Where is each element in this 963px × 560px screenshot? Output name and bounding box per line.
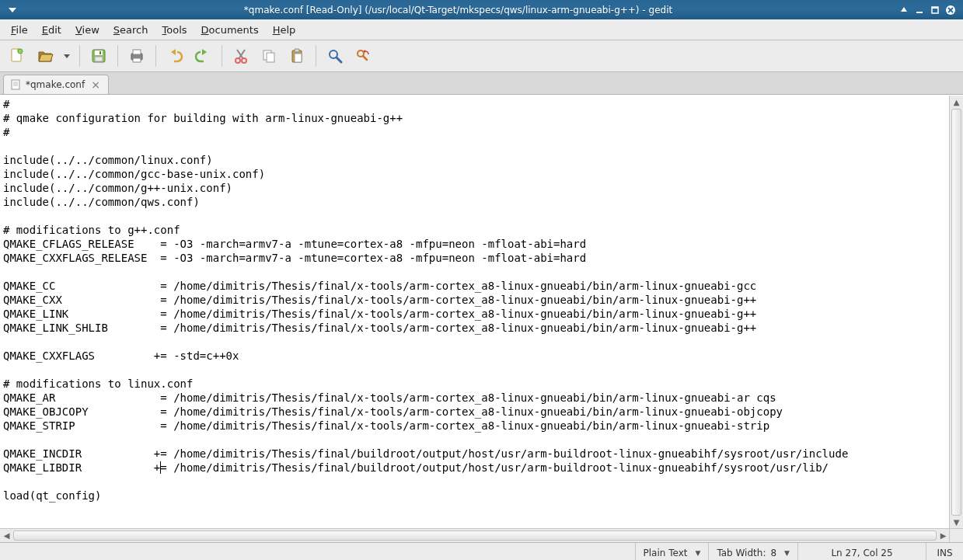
status-tabwidth-selector[interactable]: Tab Width: 8 ▼	[708, 543, 797, 560]
svg-point-24	[242, 58, 246, 63]
svg-rect-28	[295, 49, 299, 52]
svg-marker-0	[9, 8, 16, 12]
menubar: File Edit View Search Tools Documents He…	[0, 19, 963, 40]
menu-search[interactable]: Search	[107, 22, 155, 38]
chevron-down-icon	[63, 52, 71, 60]
toolbar-separator	[222, 45, 222, 67]
scroll-up-icon[interactable]: ▲	[950, 96, 963, 109]
scroll-thumb[interactable]	[13, 530, 937, 541]
open-file-dropdown[interactable]	[61, 43, 73, 68]
paste-button[interactable]	[284, 43, 309, 68]
tab-qmake-conf[interactable]: *qmake.conf ×	[3, 75, 109, 94]
window-titlebar: *qmake.conf [Read-Only] (/usr/local/Qt-T…	[0, 0, 963, 19]
svg-rect-14	[99, 51, 101, 54]
svg-point-23	[236, 58, 240, 63]
svg-rect-4	[932, 7, 938, 9]
status-tabwidth-label: Tab Width:	[717, 548, 766, 558]
redo-icon	[194, 47, 211, 64]
status-insert-mode[interactable]: INS	[926, 543, 963, 560]
menu-tools[interactable]: Tools	[156, 22, 194, 38]
status-language-label: Plain Text	[644, 548, 688, 558]
window-minimize-icon[interactable]	[913, 4, 926, 16]
svg-rect-17	[133, 50, 141, 54]
save-button[interactable]	[86, 43, 111, 68]
save-icon	[90, 47, 107, 64]
new-file-icon	[9, 47, 26, 64]
menu-file[interactable]: File	[5, 22, 34, 38]
redo-button[interactable]	[190, 43, 215, 68]
text-cursor	[160, 461, 161, 474]
svg-rect-26	[267, 53, 274, 62]
open-file-button[interactable]	[33, 43, 58, 68]
toolbar-separator	[316, 45, 316, 67]
svg-rect-15	[95, 57, 103, 61]
tab-label: *qmake.conf	[26, 79, 85, 90]
open-file-icon	[37, 47, 54, 64]
scroll-left-icon[interactable]: ◀	[0, 529, 13, 542]
find-icon	[326, 47, 344, 64]
find-replace-button[interactable]	[351, 43, 375, 68]
scroll-down-icon[interactable]: ▼	[950, 516, 963, 529]
editor-text[interactable]: # # qmake configuration for building wit…	[0, 96, 950, 504]
toolbar-separator	[117, 45, 118, 67]
chevron-down-icon: ▼	[695, 549, 700, 557]
menu-help[interactable]: Help	[267, 22, 302, 38]
cut-icon	[232, 47, 249, 64]
svg-rect-13	[95, 50, 103, 55]
app-menu-icon[interactable]	[6, 4, 19, 16]
print-button[interactable]	[124, 43, 149, 68]
toolbar-separator	[79, 45, 80, 67]
svg-marker-20	[202, 49, 207, 55]
undo-icon	[166, 47, 183, 64]
undo-button[interactable]	[162, 43, 187, 68]
window-close-icon[interactable]	[944, 4, 957, 16]
svg-marker-19	[171, 49, 176, 55]
scroll-thumb[interactable]	[951, 109, 961, 516]
svg-point-10	[18, 49, 23, 54]
svg-marker-11	[64, 54, 70, 58]
cut-button[interactable]	[229, 43, 253, 68]
chevron-down-icon: ▼	[784, 549, 790, 557]
scroll-right-icon[interactable]: ▶	[937, 529, 950, 542]
status-cursor-position: Ln 27, Col 25	[797, 543, 926, 560]
toolbar-separator	[155, 45, 156, 67]
window-keep-above-icon[interactable]	[898, 4, 910, 16]
tab-bar: *qmake.conf ×	[0, 72, 963, 95]
paste-icon	[288, 47, 305, 64]
menu-view[interactable]: View	[69, 22, 106, 38]
svg-rect-18	[133, 58, 141, 62]
new-file-button[interactable]	[5, 43, 30, 68]
svg-rect-29	[295, 54, 302, 62]
window-title: *qmake.conf [Read-Only] (/usr/local/Qt-T…	[20, 5, 896, 16]
svg-marker-1	[901, 7, 907, 12]
horizontal-scrollbar[interactable]: ◀ ▶	[0, 528, 950, 542]
menu-documents[interactable]: Documents	[195, 22, 265, 38]
status-tabwidth-value: 8	[770, 548, 776, 558]
svg-line-31	[337, 57, 341, 62]
menu-edit[interactable]: Edit	[36, 22, 68, 38]
editor-area: # # qmake configuration for building wit…	[0, 95, 963, 542]
vertical-scrollbar[interactable]: ▲ ▼	[949, 96, 963, 529]
svg-line-33	[363, 56, 367, 60]
copy-icon	[260, 47, 277, 64]
svg-rect-2	[916, 12, 923, 13]
toolbar	[0, 40, 963, 72]
tab-close-icon[interactable]: ×	[89, 79, 102, 90]
document-icon	[10, 79, 21, 90]
copy-button[interactable]	[256, 43, 281, 68]
find-replace-icon	[354, 47, 372, 64]
svg-rect-35	[12, 80, 19, 89]
find-button[interactable]	[323, 43, 347, 68]
print-icon	[128, 47, 145, 64]
status-language-selector[interactable]: Plain Text ▼	[635, 543, 709, 560]
statusbar: Plain Text ▼ Tab Width: 8 ▼ Ln 27, Col 2…	[0, 542, 963, 560]
scroll-corner	[949, 528, 963, 542]
window-maximize-icon[interactable]	[929, 4, 941, 16]
